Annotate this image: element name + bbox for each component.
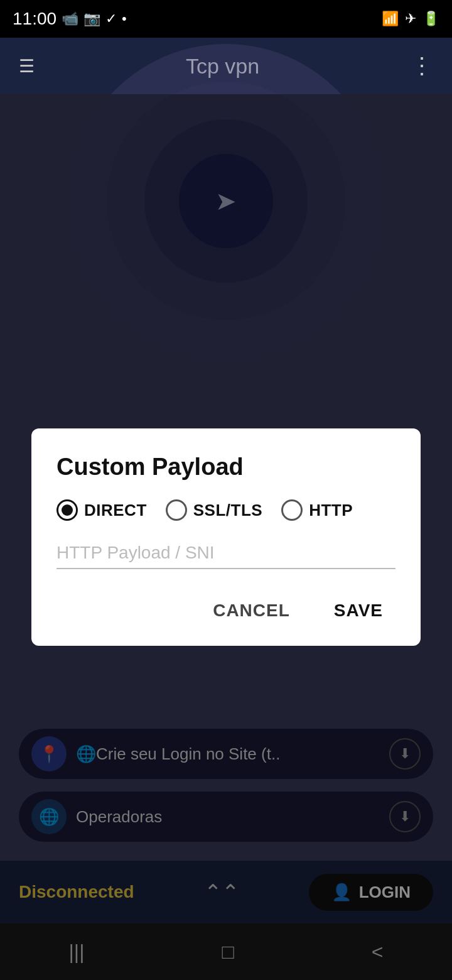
payload-input-container	[56, 543, 396, 569]
dialog-actions: CANCEL SAVE	[56, 594, 396, 627]
check-icon: ✓	[105, 11, 117, 27]
video-icon: 📷	[83, 11, 100, 27]
radio-ssltls-label: SSL/TLS	[193, 501, 262, 520]
radio-direct-label: DIRECT	[84, 501, 147, 520]
main-content: ➤ Custom Payload DIRECT SSL/TLS HTTP	[0, 94, 452, 980]
custom-payload-dialog: Custom Payload DIRECT SSL/TLS HTTP	[31, 428, 421, 646]
dialog-title: Custom Payload	[56, 454, 396, 481]
payload-input[interactable]	[56, 543, 396, 563]
dialog-overlay: Custom Payload DIRECT SSL/TLS HTTP	[0, 94, 452, 980]
status-time: 11:00	[13, 9, 56, 29]
radio-http-circle	[281, 499, 303, 521]
airplane-icon: ✈	[405, 11, 416, 27]
radio-ssltls[interactable]: SSL/TLS	[166, 499, 262, 521]
status-left: 11:00 📹 📷 ✓ •	[13, 9, 127, 29]
dot-icon: •	[122, 11, 127, 27]
radio-direct[interactable]: DIRECT	[56, 499, 147, 521]
save-button[interactable]: SAVE	[321, 594, 396, 627]
cancel-button[interactable]: CANCEL	[200, 594, 303, 627]
more-options-icon[interactable]: ⋮	[411, 53, 433, 79]
radio-direct-circle	[56, 499, 78, 521]
hamburger-icon[interactable]: ☰	[19, 56, 35, 77]
radio-group: DIRECT SSL/TLS HTTP	[56, 499, 396, 521]
battery-icon: 🔋	[422, 11, 439, 27]
radio-http-label: HTTP	[309, 501, 353, 520]
camera-icon: 📹	[62, 11, 78, 27]
status-bar: 11:00 📹 📷 ✓ • 📶 ✈ 🔋	[0, 0, 452, 38]
wifi-icon: 📶	[382, 11, 399, 27]
radio-http[interactable]: HTTP	[281, 499, 353, 521]
radio-ssltls-circle	[166, 499, 187, 521]
status-icons: 📶 ✈ 🔋	[382, 11, 439, 27]
